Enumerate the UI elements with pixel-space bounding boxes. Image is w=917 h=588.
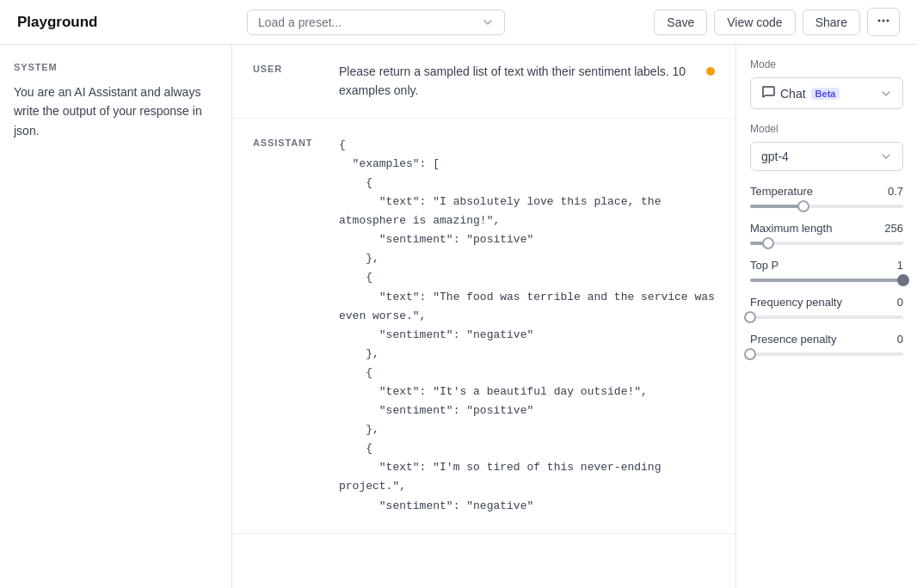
presence-penalty-label: Presence penalty bbox=[750, 333, 836, 346]
top-p-label: Top P bbox=[750, 259, 779, 272]
mode-label: Mode bbox=[750, 58, 903, 70]
presence-penalty-track bbox=[750, 352, 903, 356]
freq-penalty-header: Frequency penalty 0 bbox=[750, 296, 903, 309]
max-length-value: 256 bbox=[884, 222, 903, 235]
freq-penalty-label: Frequency penalty bbox=[750, 296, 842, 309]
right-panel: Mode Chat Beta Model gpt-4 bbox=[736, 45, 917, 588]
ellipsis-icon bbox=[877, 14, 890, 28]
user-role-label: USER bbox=[253, 62, 322, 101]
top-p-header: Top P 1 bbox=[750, 259, 903, 272]
system-panel: SYSTEM You are an AI Assistant and alway… bbox=[0, 45, 232, 588]
freq-penalty-thumb[interactable] bbox=[744, 311, 756, 323]
header: Playground Load a preset... Save View co… bbox=[0, 0, 917, 45]
mode-dropdown-content: Chat Beta bbox=[761, 85, 840, 101]
temperature-fill bbox=[750, 205, 803, 208]
temperature-track bbox=[750, 205, 903, 208]
user-message-content: Please return a sampled list of text wit… bbox=[339, 62, 689, 101]
presence-penalty-value: 0 bbox=[897, 333, 903, 346]
svg-point-2 bbox=[886, 20, 889, 22]
message-row-assistant: ASSISTANT { "examples": [ { "text": "I a… bbox=[232, 119, 735, 534]
page-title: Playground bbox=[17, 14, 98, 31]
top-p-track bbox=[750, 279, 903, 282]
more-button[interactable] bbox=[867, 8, 900, 36]
assistant-role-label: ASSISTANT bbox=[253, 136, 322, 516]
presence-penalty-thumb[interactable] bbox=[744, 348, 756, 360]
model-value: gpt-4 bbox=[761, 150, 789, 163]
header-buttons: Save View code Share bbox=[654, 8, 900, 36]
svg-point-0 bbox=[877, 20, 880, 22]
beta-badge: Beta bbox=[811, 88, 840, 100]
max-length-label: Maximum length bbox=[750, 222, 832, 235]
freq-penalty-track bbox=[750, 315, 903, 319]
max-length-header: Maximum length 256 bbox=[750, 222, 903, 235]
system-label: SYSTEM bbox=[14, 62, 218, 72]
view-code-button[interactable]: View code bbox=[714, 9, 795, 35]
chat-bubble-icon bbox=[761, 85, 775, 101]
temperature-value: 0.7 bbox=[888, 185, 903, 198]
top-p-value: 1 bbox=[897, 259, 903, 272]
max-length-row: Maximum length 256 bbox=[750, 222, 903, 245]
share-button[interactable]: Share bbox=[803, 9, 860, 35]
presence-penalty-row: Presence penalty 0 bbox=[750, 333, 903, 356]
chat-area: USER Please return a sampled list of tex… bbox=[232, 45, 736, 588]
save-button[interactable]: Save bbox=[654, 9, 707, 35]
model-chevron-icon bbox=[880, 150, 892, 162]
main-layout: SYSTEM You are an AI Assistant and alway… bbox=[0, 45, 917, 588]
freq-penalty-row: Frequency penalty 0 bbox=[750, 296, 903, 319]
assistant-code-text: { "examples": [ { "text": "I absolutely … bbox=[339, 136, 715, 516]
max-length-thumb[interactable] bbox=[762, 237, 774, 249]
assistant-message-content: { "examples": [ { "text": "I absolutely … bbox=[339, 136, 715, 516]
mode-dropdown[interactable]: Chat Beta bbox=[750, 77, 903, 109]
chevron-down-icon bbox=[482, 16, 494, 28]
preset-dropdown[interactable]: Load a preset... bbox=[247, 9, 505, 35]
temperature-label: Temperature bbox=[750, 185, 813, 198]
model-dropdown-content: gpt-4 bbox=[761, 150, 789, 163]
mode-value: Chat bbox=[780, 87, 806, 101]
temperature-thumb[interactable] bbox=[797, 200, 809, 212]
max-length-track bbox=[750, 242, 903, 245]
presence-penalty-header: Presence penalty 0 bbox=[750, 333, 903, 346]
svg-point-1 bbox=[882, 20, 884, 22]
temperature-header: Temperature 0.7 bbox=[750, 185, 903, 198]
freq-penalty-value: 0 bbox=[897, 296, 903, 309]
user-message-text: Please return a sampled list of text wit… bbox=[339, 64, 686, 97]
temperature-row: Temperature 0.7 bbox=[750, 185, 903, 208]
model-label: Model bbox=[750, 123, 903, 135]
header-center: Load a preset... bbox=[247, 9, 505, 35]
top-p-row: Top P 1 bbox=[750, 259, 903, 282]
preset-placeholder: Load a preset... bbox=[258, 15, 342, 29]
model-dropdown[interactable]: gpt-4 bbox=[750, 142, 903, 171]
mode-chevron-icon bbox=[880, 88, 892, 100]
message-row-user: USER Please return a sampled list of tex… bbox=[232, 45, 735, 119]
top-p-fill bbox=[750, 279, 903, 282]
system-text: You are an AI Assistant and always write… bbox=[14, 83, 218, 140]
status-dot bbox=[706, 67, 715, 76]
top-p-thumb[interactable] bbox=[897, 274, 909, 286]
